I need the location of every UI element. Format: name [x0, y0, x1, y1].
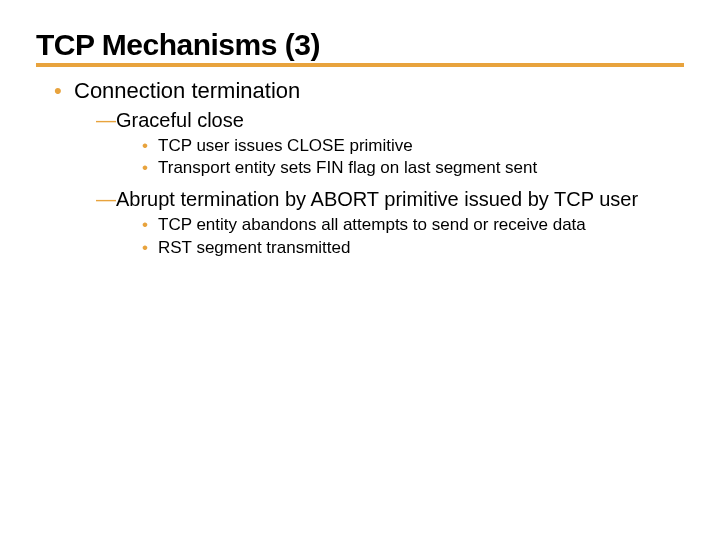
- bullet-text: TCP user issues CLOSE primitive: [158, 136, 413, 155]
- bullet-item: Connection termination —Graceful close T…: [54, 77, 684, 260]
- bullet-text: Graceful close: [116, 109, 244, 131]
- bullet-text: Connection termination: [74, 78, 300, 103]
- bullet-text: TCP entity abandons all attempts to send…: [158, 215, 586, 234]
- slide-title: TCP Mechanisms (3): [36, 28, 684, 61]
- bullet-text: Abrupt termination by ABORT primitive is…: [116, 188, 638, 210]
- bullet-list-level-1: Connection termination —Graceful close T…: [36, 77, 684, 260]
- bullet-text: RST segment transmitted: [158, 238, 350, 257]
- slide: TCP Mechanisms (3) Connection terminatio…: [0, 0, 720, 540]
- bullet-item: TCP entity abandons all attempts to send…: [142, 214, 684, 237]
- bullet-item: RST segment transmitted: [142, 237, 684, 260]
- dash-icon: —: [96, 188, 116, 210]
- bullet-list-level-3: TCP entity abandons all attempts to send…: [114, 214, 684, 260]
- bullet-list-level-3: TCP user issues CLOSE primitive Transpor…: [114, 135, 684, 181]
- bullet-item: Transport entity sets FIN flag on last s…: [142, 157, 684, 180]
- bullet-item: —Abrupt termination by ABORT primitive i…: [114, 186, 684, 260]
- bullet-text: Transport entity sets FIN flag on last s…: [158, 158, 537, 177]
- bullet-item: TCP user issues CLOSE primitive: [142, 135, 684, 158]
- bullet-list-level-2: —Graceful close TCP user issues CLOSE pr…: [74, 107, 684, 261]
- bullet-item: —Graceful close TCP user issues CLOSE pr…: [114, 107, 684, 181]
- dash-icon: —: [96, 109, 116, 131]
- title-block: TCP Mechanisms (3): [36, 28, 684, 67]
